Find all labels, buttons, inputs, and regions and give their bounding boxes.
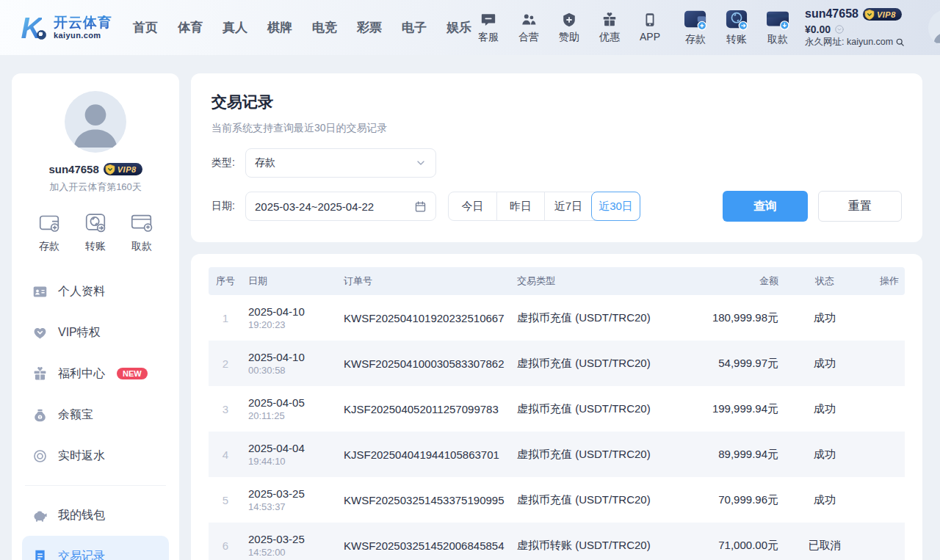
quick-action-withdraw[interactable]: 取款 — [129, 210, 154, 253]
date-range-input[interactable]: 2025-03-24~2025-04-22 — [245, 192, 436, 221]
target-icon — [32, 448, 48, 464]
row-index: 5 — [209, 494, 242, 506]
sidebar-wallet-menu: 我的钱包 交易记录 — [22, 495, 169, 560]
giftMenu-icon — [32, 366, 48, 382]
table-row: 4 2025-04-04 19:44:10 KJSF20250404194410… — [209, 432, 905, 477]
header-util-service[interactable]: 客服 — [471, 12, 505, 44]
range-button-0[interactable]: 今日 — [449, 192, 496, 220]
quick-action-deposit[interactable]: 存款 — [37, 210, 62, 253]
quick-action-transfer[interactable]: 转账 — [83, 210, 108, 253]
row-amount: 180,999.98元 — [674, 311, 784, 325]
row-order-no: KWSF202503251453375190995 — [338, 494, 511, 506]
brand-logo[interactable]: K 开云体育 kaiyun.com — [15, 11, 112, 45]
nav-item-4[interactable]: 电竞 — [312, 19, 337, 36]
avatar[interactable] — [928, 10, 940, 46]
chevron-down-icon — [415, 157, 427, 169]
row-status: 成功 — [784, 493, 865, 507]
column-header-6: 操作 — [865, 274, 905, 288]
soccer-ball-icon — [37, 30, 46, 40]
row-transaction-type: 虚拟币充值 (USDT/TRC20) — [511, 448, 674, 462]
brand-domain: kaiyun.com — [54, 31, 112, 40]
range-button-2[interactable]: 近7日 — [544, 192, 592, 220]
sidebar-item-vip[interactable]: VIP特权 — [22, 312, 169, 353]
top-header: K 开云体育 kaiyun.com 首页体育真人棋牌电竞彩票电子娱乐 客服 合营… — [0, 0, 940, 55]
sidebar: sun47658 VIP8 加入开云体育第160天 存款 转账 取款 个人资料 … — [12, 73, 179, 560]
withdraw-icon — [764, 9, 791, 31]
sidebar-item-transactions[interactable]: 交易记录 — [22, 536, 169, 560]
brand-name: 开云体育 — [54, 15, 112, 31]
header-util-sponsor[interactable]: 赞助 — [552, 12, 586, 44]
row-index: 1 — [209, 312, 242, 324]
row-index: 4 — [209, 448, 242, 461]
column-header-2: 订单号 — [338, 274, 511, 288]
sidebar-item-wallet[interactable]: 我的钱包 — [22, 495, 169, 536]
new-badge: NEW — [117, 368, 148, 379]
sidebar-item-yuebao[interactable]: 余额宝 — [22, 394, 169, 435]
row-order-no: KWSF202504100030583307862 — [338, 357, 511, 370]
wallet-action-transfer[interactable]: 转账 — [720, 9, 753, 46]
nav-item-2[interactable]: 真人 — [223, 19, 247, 36]
row-transaction-type: 虚拟币转账 (USDT/TRC20) — [511, 539, 674, 553]
row-amount: 89,999.94元 — [674, 448, 784, 462]
row-transaction-type: 虚拟币充值 (USDT/TRC20) — [511, 311, 674, 325]
table-row: 1 2025-04-10 19:20:23 KWSF20250410192023… — [209, 295, 905, 341]
row-amount: 199,999.94元 — [674, 402, 784, 416]
sidebar-item-profile[interactable]: 个人资料 — [22, 271, 169, 312]
row-order-no: KJSF202504041944105863701 — [338, 448, 511, 461]
page-title: 交易记录 — [212, 92, 902, 112]
transfer-icon — [83, 210, 108, 235]
wallet-action-withdraw[interactable]: 取款 — [761, 9, 795, 46]
nav-item-3[interactable]: 棋牌 — [267, 19, 292, 36]
nav-item-1[interactable]: 体育 — [178, 19, 203, 36]
column-header-3: 交易类型 — [511, 274, 674, 288]
sidebar-item-rebate[interactable]: 实时返水 — [22, 435, 169, 476]
nav-item-5[interactable]: 彩票 — [357, 19, 382, 36]
search-icon[interactable] — [895, 37, 905, 47]
brand-logo-icon: K — [15, 11, 48, 45]
range-button-1[interactable]: 昨日 — [496, 192, 544, 220]
search-button[interactable]: 查询 — [723, 191, 808, 222]
reset-button[interactable]: 重置 — [818, 191, 902, 222]
type-filter-label: 类型: — [212, 156, 245, 170]
header-util-promo[interactable]: 优惠 — [593, 12, 626, 44]
balance-dropdown-icon[interactable] — [834, 24, 845, 34]
user-info: sun47658 VIP8 ¥0.00 永久网址: kaiyun.com — [805, 7, 921, 48]
column-header-0: 序号 — [209, 274, 242, 288]
row-index: 6 — [209, 539, 242, 552]
table-row: 3 2025-04-05 20:11:25 KJSF20250405201125… — [209, 386, 905, 432]
wallet-action-deposit[interactable]: 存款 — [679, 9, 712, 46]
row-order-no: KWSF202503251452006845854 — [338, 539, 511, 552]
row-amount: 71,000.00元 — [674, 539, 784, 553]
nav-item-7[interactable]: 娱乐 — [446, 19, 471, 36]
range-button-3[interactable]: 近30日 — [591, 192, 640, 221]
vip-badge: VIP8 — [104, 163, 142, 175]
header-util-partnership[interactable]: 合营 — [512, 12, 546, 44]
page-subtitle: 当前系统支持查询最近30日的交易记录 — [212, 122, 902, 135]
piggy-icon — [32, 508, 48, 523]
sidebar-item-welfare[interactable]: 福利中心 NEW — [22, 353, 169, 394]
row-date: 2025-03-25 14:53:37 — [242, 487, 338, 512]
sidebar-username: sun47658 — [48, 163, 98, 175]
balance-amount: ¥0.00 — [805, 23, 831, 36]
avatar — [65, 91, 126, 153]
column-header-1: 日期 — [242, 274, 338, 288]
header-util-app[interactable]: APP — [633, 12, 667, 44]
deposit-icon — [682, 9, 709, 31]
type-select[interactable]: 存款 — [245, 148, 436, 178]
transfer-icon — [723, 9, 750, 31]
header-utils: 客服 合营 赞助 优惠 APP — [471, 12, 667, 44]
deposit-icon — [37, 210, 62, 235]
nav-item-0[interactable]: 首页 — [133, 19, 158, 36]
chat-icon — [480, 12, 496, 28]
heart-icon — [32, 325, 48, 341]
main-nav: 首页体育真人棋牌电竞彩票电子娱乐 — [133, 19, 471, 36]
row-date: 2025-04-10 19:20:23 — [242, 305, 338, 330]
date-filter-label: 日期: — [212, 200, 245, 213]
row-transaction-type: 虚拟币充值 (USDT/TRC20) — [511, 357, 674, 371]
row-transaction-type: 虚拟币充值 (USDT/TRC20) — [511, 493, 674, 507]
row-order-no: KJSF202504052011257099783 — [338, 403, 511, 415]
nav-item-6[interactable]: 电子 — [402, 19, 427, 36]
row-status: 成功 — [784, 357, 865, 371]
row-status: 已取消 — [784, 539, 865, 553]
table-row: 6 2025-03-25 14:52:00 KWSF20250325145200… — [209, 523, 905, 560]
